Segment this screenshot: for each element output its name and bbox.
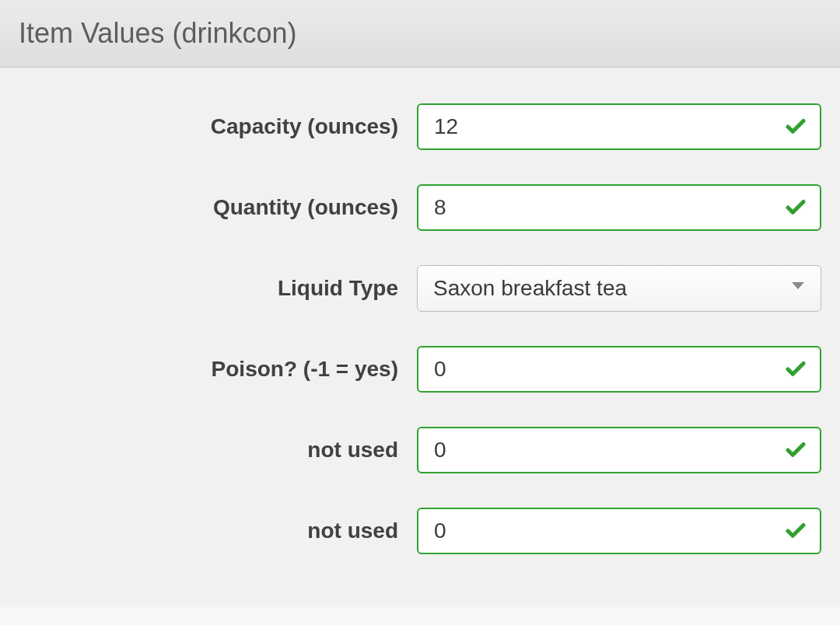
panel-header: Item Values (drinkcon) [0, 0, 840, 68]
input-wrap-unused-1 [417, 427, 821, 473]
panel-title: Item Values (drinkcon) [19, 17, 821, 50]
label-unused-2: not used [307, 519, 398, 543]
label-liquid-type: Liquid Type [278, 276, 398, 300]
row-unused-2: not used [12, 508, 828, 554]
input-wrap-poison [417, 346, 821, 393]
row-quantity: Quantity (ounces) [12, 184, 828, 231]
capacity-input[interactable] [417, 103, 821, 150]
select-wrap-liquid-type: Saxon breakfast tea [417, 265, 821, 312]
label-quantity: Quantity (ounces) [213, 195, 398, 219]
row-liquid-type: Liquid Type Saxon breakfast tea [12, 265, 828, 312]
quantity-input[interactable] [417, 184, 821, 231]
label-capacity: Capacity (ounces) [211, 114, 398, 138]
poison-input[interactable] [417, 346, 821, 393]
input-wrap-quantity [417, 184, 821, 231]
label-unused-1: not used [307, 438, 398, 462]
liquid-type-select[interactable]: Saxon breakfast tea [417, 265, 821, 312]
input-wrap-unused-2 [417, 508, 821, 554]
row-capacity: Capacity (ounces) [12, 103, 828, 150]
unused-2-input[interactable] [417, 508, 821, 554]
row-poison: Poison? (-1 = yes) [12, 346, 828, 393]
unused-1-input[interactable] [417, 427, 821, 473]
row-unused-1: not used [12, 427, 828, 473]
panel-body: Capacity (ounces) Quantity (ounces) [0, 68, 840, 607]
label-poison: Poison? (-1 = yes) [212, 357, 398, 381]
input-wrap-capacity [417, 103, 821, 150]
